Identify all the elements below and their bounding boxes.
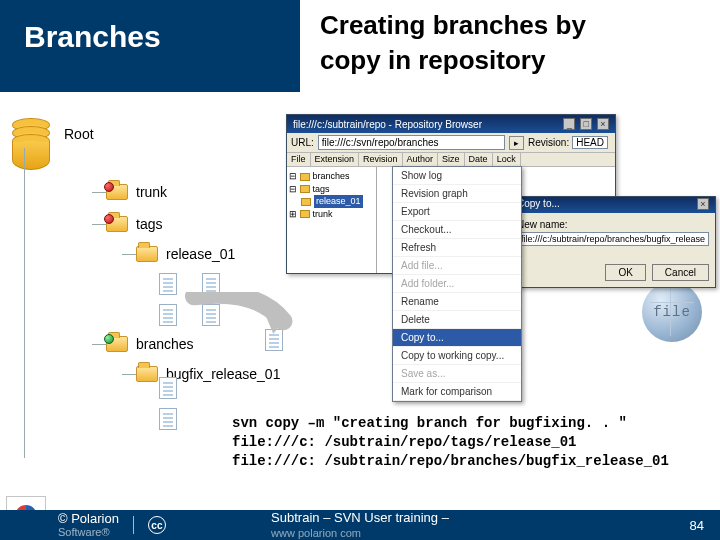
context-menu[interactable]: Show log Revision graph Export Checkout.…: [392, 166, 522, 402]
topic-band: Branches: [0, 0, 300, 92]
copyright: © Polarion: [58, 511, 119, 526]
col[interactable]: Size: [438, 153, 465, 166]
tree-item[interactable]: tags: [313, 184, 330, 194]
topic-text: Branches: [24, 20, 161, 53]
svn-command-block: svn copy –m "creating branch for bugfixi…: [232, 414, 714, 471]
menu-item[interactable]: Delete: [393, 311, 521, 329]
dialog-title: Copy to...: [517, 198, 560, 212]
go-button[interactable]: ▸: [509, 136, 524, 150]
page-icon: [159, 377, 177, 399]
divider: [133, 516, 134, 534]
url-bar: URL: ▸ Revision: HEAD: [287, 133, 615, 153]
node-trunk: trunk: [136, 184, 167, 200]
menu-item[interactable]: Rename: [393, 293, 521, 311]
site-url: www polarion com: [271, 527, 361, 539]
menu-item[interactable]: Refresh: [393, 239, 521, 257]
menu-item[interactable]: Copy to working copy...: [393, 347, 521, 365]
cmd-line: svn copy –m "creating branch for bugfixi…: [232, 415, 627, 431]
url-input[interactable]: [318, 135, 505, 150]
newname-label: New name:: [517, 219, 709, 230]
cancel-button[interactable]: Cancel: [652, 264, 709, 281]
ok-button[interactable]: OK: [605, 264, 645, 281]
repo-tree: Root trunk tags release_01 branches bugf…: [60, 122, 280, 386]
newname-input[interactable]: [517, 232, 709, 246]
menu-item[interactable]: Revision graph: [393, 185, 521, 203]
menu-item: Add file...: [393, 257, 521, 275]
menu-item[interactable]: Mark for comparison: [393, 383, 521, 401]
browser-tree[interactable]: ⊟ branches ⊟ tags release_01 ⊞ trunk: [287, 167, 377, 273]
col[interactable]: Extension: [311, 153, 360, 166]
window-buttons[interactable]: _ □ ×: [561, 118, 609, 130]
title-line2: copy in repository: [320, 43, 586, 78]
menu-item[interactable]: Checkout...: [393, 221, 521, 239]
url-label: URL:: [291, 137, 314, 148]
menu-item[interactable]: Show log: [393, 167, 521, 185]
training-title: Subtrain – SVN User training –: [271, 510, 449, 525]
col[interactable]: Revision: [359, 153, 403, 166]
col[interactable]: Author: [403, 153, 439, 166]
cmd-line: file:///c: /subtrain/repo/tags/release_0…: [232, 434, 576, 450]
menu-item: Save as...: [393, 365, 521, 383]
minimize-icon[interactable]: _: [563, 118, 575, 130]
folder-icon: [106, 216, 128, 232]
close-icon[interactable]: ×: [697, 198, 709, 210]
vendor: Software®: [58, 526, 110, 538]
page-icon: [159, 304, 177, 326]
slide-header: Branches Creating branches by copy in re…: [0, 0, 720, 92]
col[interactable]: Date: [465, 153, 493, 166]
copy-dialog: Copy to... × New name: OK Cancel: [510, 196, 716, 288]
slide-title: Creating branches by copy in repository: [300, 0, 586, 78]
page-icon: [159, 273, 177, 295]
node-release: release_01: [166, 246, 235, 262]
tree-item-selected[interactable]: release_01: [314, 195, 363, 208]
revision-label: Revision:: [528, 137, 569, 148]
title-line1: Creating branches by: [320, 8, 586, 43]
node-tags: tags: [136, 216, 162, 232]
folder-icon: [136, 246, 158, 262]
copy-arrow-icon: [180, 292, 300, 342]
menu-item: Add folder...: [393, 275, 521, 293]
window-title: file:///c:/subtrain/repo - Repository Br…: [293, 119, 482, 130]
column-headers: File Extension Revision Author Size Date…: [287, 153, 615, 167]
col[interactable]: File: [287, 153, 311, 166]
page-number: 84: [690, 518, 704, 533]
maximize-icon[interactable]: □: [580, 118, 592, 130]
slide-footer: © Polarion Software® cc Subtrain – SVN U…: [0, 510, 720, 540]
folder-icon: [136, 366, 158, 382]
node-root: Root: [64, 126, 94, 142]
col[interactable]: Lock: [493, 153, 521, 166]
folder-icon: [106, 184, 128, 200]
node-bugfix: bugfix_release_01: [166, 366, 280, 382]
cc-icon: cc: [148, 516, 166, 534]
window-titlebar: file:///c:/subtrain/repo - Repository Br…: [287, 115, 615, 133]
database-icon: [12, 118, 56, 170]
tree-guide: [24, 148, 25, 458]
menu-item[interactable]: Export: [393, 203, 521, 221]
menu-item-selected[interactable]: Copy to...: [393, 329, 521, 347]
file-pages-group: [156, 374, 180, 436]
folder-icon: [106, 336, 128, 352]
footer-center: Subtrain – SVN User training – www polar…: [271, 510, 449, 540]
globe-icon: file: [642, 282, 702, 342]
cmd-line: file:///c: /subtrain/repo/branches/bugfi…: [232, 453, 669, 469]
page-icon: [159, 408, 177, 430]
tree-item[interactable]: branches: [313, 171, 350, 181]
revision-value[interactable]: HEAD: [572, 136, 608, 149]
close-icon[interactable]: ×: [597, 118, 609, 130]
tree-item[interactable]: trunk: [313, 209, 333, 219]
globe-label: file: [653, 304, 691, 320]
